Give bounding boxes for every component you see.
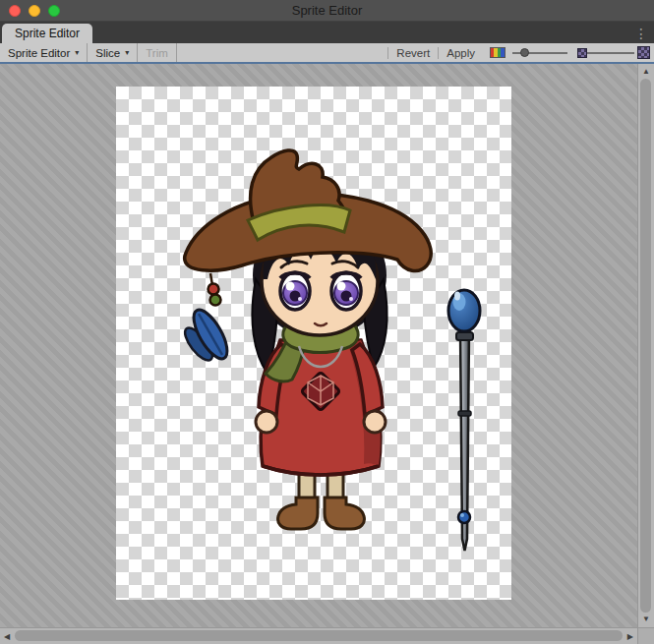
horizontal-scrollbar-thumb[interactable] (15, 630, 623, 641)
mip-level-icon (637, 46, 650, 59)
slice-dropdown[interactable]: Slice ▾ (88, 43, 138, 62)
window-title: Sprite Editor (0, 0, 654, 22)
mip-slider-thumb-icon[interactable] (577, 48, 587, 58)
sprite-editor-window: Sprite Editor Sprite Editor ⋮ Sprite Edi… (0, 0, 654, 644)
texture-viewport[interactable] (0, 64, 637, 627)
tab-strip: Sprite Editor ⋮ (0, 22, 654, 43)
mip-slider-track[interactable] (587, 52, 634, 54)
apply-label: Apply (446, 47, 475, 59)
texture-canvas[interactable] (116, 87, 511, 600)
revert-button[interactable]: Revert (387, 47, 438, 59)
rgb-alpha-toggle-icon[interactable] (490, 47, 505, 58)
mip-slider[interactable] (587, 43, 634, 62)
vertical-scrollbar[interactable]: ▲ ▼ (637, 64, 654, 627)
scroll-down-icon[interactable]: ▼ (642, 615, 650, 623)
apply-button[interactable]: Apply (438, 47, 483, 59)
tab-sprite-editor[interactable]: Sprite Editor (2, 24, 92, 43)
sprite-sheet (116, 87, 511, 600)
scroll-right-icon[interactable]: ▶ (627, 633, 633, 641)
trim-button: Trim (138, 43, 177, 62)
zoom-slider[interactable] (512, 43, 567, 62)
kebab-menu-icon[interactable]: ⋮ (634, 24, 648, 43)
scrollbar-corner (637, 627, 654, 644)
sprite-editor-mode-dropdown[interactable]: Sprite Editor ▾ (0, 43, 88, 62)
zoom-slider-thumb[interactable] (520, 48, 529, 57)
vertical-scrollbar-thumb[interactable] (640, 79, 651, 613)
toolbar: Sprite Editor ▾ Slice ▾ Trim Revert Appl… (0, 43, 654, 62)
slice-label: Slice (95, 47, 120, 59)
sprite-editor-mode-label: Sprite Editor (8, 47, 70, 59)
trim-label: Trim (146, 47, 168, 59)
chevron-down-icon: ▾ (75, 48, 79, 57)
toolbar-right-group: Revert Apply (387, 43, 654, 62)
staff-sprite[interactable] (448, 290, 480, 551)
chevron-down-icon: ▾ (125, 48, 129, 57)
character-sprite[interactable] (180, 150, 431, 529)
scroll-left-icon[interactable]: ◀ (4, 633, 10, 641)
scroll-up-icon[interactable]: ▲ (642, 68, 650, 76)
titlebar[interactable]: Sprite Editor (0, 0, 654, 22)
revert-label: Revert (396, 47, 430, 59)
tab-label: Sprite Editor (15, 27, 80, 40)
horizontal-scrollbar[interactable]: ◀ ▶ (0, 627, 637, 644)
